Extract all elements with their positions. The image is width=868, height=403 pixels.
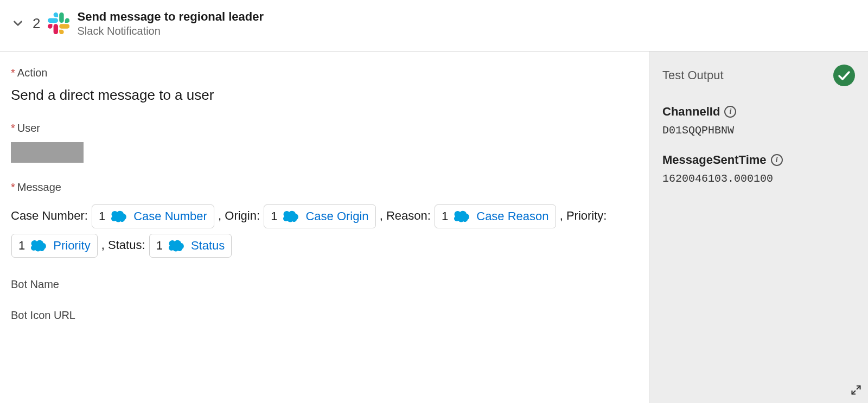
pill-step-num: 1 — [18, 239, 25, 253]
pill-field-label: Status — [191, 239, 225, 253]
pill-field-label: Case Origin — [305, 209, 368, 223]
test-output-title: Test Output — [662, 68, 724, 82]
action-label: Action — [11, 67, 638, 79]
field-bot-name: Bot Name — [11, 278, 638, 291]
pill-step-num: 1 — [442, 209, 448, 223]
pill-status[interactable]: 1 Status — [149, 234, 232, 258]
step-header: 2 Send message to regional leader Slack … — [0, 0, 868, 52]
pill-step-num: 1 — [271, 209, 277, 223]
output-value: 1620046103.000100 — [662, 172, 855, 185]
salesforce-icon — [452, 210, 472, 223]
pill-case-number[interactable]: 1 Case Number — [92, 204, 214, 228]
success-check-icon — [833, 65, 855, 86]
salesforce-icon — [282, 210, 301, 223]
test-output-panel: Test Output ChannelId i D01SQQPHBNW Mess… — [649, 52, 868, 403]
message-label: Message — [11, 181, 638, 194]
msg-text: Case Number: — [11, 209, 91, 222]
step-number: 2 — [33, 15, 40, 32]
user-redacted-value[interactable] — [11, 142, 84, 163]
msg-text: , Priority: — [560, 209, 607, 222]
expand-handle-icon[interactable] — [851, 385, 861, 398]
field-message: Message Case Number: 1 Case Number , Ori… — [11, 181, 638, 260]
pill-case-reason[interactable]: 1 Case Reason — [435, 204, 556, 228]
step-subtitle: Slack Notification — [77, 25, 264, 37]
pill-case-origin[interactable]: 1 Case Origin — [264, 204, 375, 228]
bot-name-label: Bot Name — [11, 278, 638, 291]
output-label: MessageSentTime — [662, 153, 767, 167]
svg-point-0 — [833, 65, 855, 86]
pill-field-label: Priority — [53, 239, 90, 253]
step-title: Send message to regional leader — [77, 10, 264, 24]
field-bot-icon-url: Bot Icon URL — [11, 309, 638, 322]
info-icon[interactable]: i — [724, 106, 736, 118]
action-value[interactable]: Send a direct message to a user — [11, 87, 638, 104]
pill-step-num: 1 — [156, 239, 163, 253]
field-user: User — [11, 122, 638, 163]
output-label: ChannelId — [662, 105, 720, 119]
form-pane: Action Send a direct message to a user U… — [0, 52, 649, 403]
salesforce-icon — [110, 210, 129, 223]
msg-text: , Origin: — [218, 209, 263, 222]
salesforce-icon — [167, 239, 187, 252]
collapse-chevron-icon[interactable] — [11, 16, 25, 30]
info-icon[interactable]: i — [771, 154, 783, 166]
message-value[interactable]: Case Number: 1 Case Number , Origin: 1 C… — [11, 201, 638, 260]
output-value: D01SQQPHBNW — [662, 124, 855, 137]
output-field-messagesenttime: MessageSentTime i 1620046103.000100 — [662, 153, 855, 185]
pill-field-label: Case Number — [133, 209, 207, 223]
pill-step-num: 1 — [99, 209, 105, 223]
bot-icon-url-label: Bot Icon URL — [11, 309, 638, 322]
step-title-block: Send message to regional leader Slack No… — [77, 10, 264, 37]
slack-icon — [48, 12, 69, 34]
user-label: User — [11, 122, 638, 135]
pill-priority[interactable]: 1 Priority — [11, 234, 98, 258]
msg-text: , Status: — [101, 238, 149, 252]
pill-field-label: Case Reason — [476, 209, 548, 223]
output-field-channelid: ChannelId i D01SQQPHBNW — [662, 105, 855, 137]
msg-text: , Reason: — [380, 209, 434, 222]
salesforce-icon — [29, 239, 49, 252]
field-action: Action Send a direct message to a user — [11, 67, 638, 104]
